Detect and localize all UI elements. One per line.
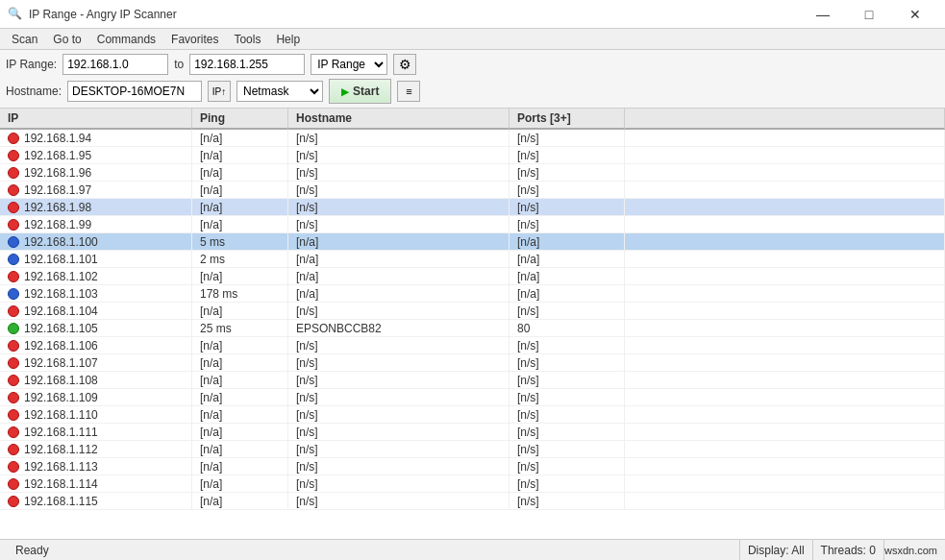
ip-end-input[interactable] bbox=[189, 54, 305, 75]
td-ip: 192.168.1.101 bbox=[0, 251, 192, 268]
td-ping: 178 ms bbox=[192, 285, 288, 303]
td-rest bbox=[625, 182, 945, 199]
th-hostname[interactable]: Hostname bbox=[288, 109, 510, 129]
ip-value: 192.168.1.98 bbox=[24, 201, 91, 214]
netmask-select[interactable]: Netmask /24 /16 /8 bbox=[236, 81, 323, 102]
td-ip: 192.168.1.113 bbox=[0, 458, 192, 475]
td-ping: [n/a] bbox=[192, 493, 288, 510]
minimize-button[interactable]: — bbox=[801, 0, 845, 29]
table-row[interactable]: 192.168.1.103 178 ms [n/a] [n/a] bbox=[0, 285, 945, 303]
td-ip: 192.168.1.106 bbox=[0, 337, 192, 354]
td-hostname: [n/s] bbox=[288, 406, 510, 424]
td-hostname: [n/s] bbox=[288, 441, 510, 458]
table-row[interactable]: 192.168.1.106 [n/a] [n/s] [n/s] bbox=[0, 337, 945, 354]
range-type-select[interactable]: IP Range Subnet Random bbox=[311, 54, 387, 75]
td-rest bbox=[625, 303, 945, 320]
td-ping: [n/a] bbox=[192, 268, 288, 285]
td-ip: 192.168.1.110 bbox=[0, 406, 192, 424]
table-row[interactable]: 192.168.1.96 [n/a] [n/s] [n/s] bbox=[0, 164, 945, 182]
td-ping: [n/a] bbox=[192, 441, 288, 458]
td-ports: [n/s] bbox=[510, 389, 625, 406]
td-ports: [n/s] bbox=[510, 458, 625, 475]
hostname-input[interactable] bbox=[67, 81, 202, 102]
td-rest bbox=[625, 372, 945, 389]
ip-value: 192.168.1.104 bbox=[24, 304, 98, 318]
toolbar: IP Range: to IP Range Subnet Random ⚙ Ho… bbox=[0, 50, 945, 109]
td-ports: 80 bbox=[510, 320, 625, 337]
table-row[interactable]: 192.168.1.100 5 ms [n/a] [n/a] bbox=[0, 233, 945, 251]
table-row[interactable]: 192.168.1.99 [n/a] [n/s] [n/s] bbox=[0, 216, 945, 233]
ip-value: 192.168.1.109 bbox=[24, 391, 98, 404]
start-button[interactable]: ▶ Start bbox=[329, 79, 391, 104]
play-icon: ▶ bbox=[341, 86, 349, 97]
menu-goto[interactable]: Go to bbox=[45, 30, 88, 49]
ip-value: 192.168.1.115 bbox=[24, 495, 98, 508]
th-ip[interactable]: IP bbox=[0, 109, 192, 129]
table-header: IP Ping Hostname Ports [3+] bbox=[0, 109, 945, 130]
table-row[interactable]: 192.168.1.97 [n/a] [n/s] [n/s] bbox=[0, 182, 945, 199]
settings-button[interactable]: ⚙ bbox=[393, 54, 416, 75]
ip-value: 192.168.1.114 bbox=[24, 477, 98, 491]
menu-scan[interactable]: Scan bbox=[4, 30, 45, 49]
td-ip: 192.168.1.102 bbox=[0, 268, 192, 285]
table-row[interactable]: 192.168.1.94 [n/a] [n/s] [n/s] bbox=[0, 130, 945, 147]
table-row[interactable]: 192.168.1.101 2 ms [n/a] [n/a] bbox=[0, 251, 945, 268]
ip-up-button[interactable]: IP↑ bbox=[208, 81, 231, 102]
td-ports: [n/s] bbox=[510, 372, 625, 389]
menu-tools[interactable]: Tools bbox=[226, 30, 268, 49]
table-row[interactable]: 192.168.1.98 [n/a] [n/s] [n/s] bbox=[0, 199, 945, 216]
td-rest bbox=[625, 216, 945, 233]
status-dot bbox=[8, 357, 19, 369]
th-ports[interactable]: Ports [3+] bbox=[510, 109, 625, 129]
table-row[interactable]: 192.168.1.108 [n/a] [n/s] [n/s] bbox=[0, 372, 945, 389]
status-dot bbox=[8, 340, 19, 352]
table-row[interactable]: 192.168.1.95 [n/a] [n/s] [n/s] bbox=[0, 147, 945, 164]
ip-value: 192.168.1.100 bbox=[24, 235, 98, 249]
table-body: 192.168.1.94 [n/a] [n/s] [n/s] 192.168.1… bbox=[0, 130, 945, 539]
maximize-button[interactable]: □ bbox=[847, 0, 891, 29]
td-rest bbox=[625, 458, 945, 475]
td-ip: 192.168.1.96 bbox=[0, 164, 192, 182]
td-rest bbox=[625, 147, 945, 164]
td-ping: [n/a] bbox=[192, 303, 288, 320]
td-ports: [n/s] bbox=[510, 475, 625, 493]
td-ip: 192.168.1.94 bbox=[0, 130, 192, 147]
table-row[interactable]: 192.168.1.115 [n/a] [n/s] [n/s] bbox=[0, 493, 945, 510]
td-ip: 192.168.1.103 bbox=[0, 285, 192, 303]
ip-range-label: IP Range: bbox=[6, 58, 57, 71]
td-rest bbox=[625, 424, 945, 441]
td-rest bbox=[625, 493, 945, 510]
td-ports: [n/s] bbox=[510, 130, 625, 147]
td-rest bbox=[625, 130, 945, 147]
table-row[interactable]: 192.168.1.114 [n/a] [n/s] [n/s] bbox=[0, 475, 945, 493]
th-ping[interactable]: Ping bbox=[192, 109, 288, 129]
ip-value: 192.168.1.94 bbox=[24, 132, 91, 145]
td-ip: 192.168.1.97 bbox=[0, 182, 192, 199]
table-container: IP Ping Hostname Ports [3+] 192.168.1.94… bbox=[0, 109, 945, 539]
td-ping: 5 ms bbox=[192, 233, 288, 251]
td-hostname: [n/a] bbox=[288, 268, 510, 285]
td-ports: [n/a] bbox=[510, 251, 625, 268]
list-button[interactable]: ≡ bbox=[397, 81, 420, 102]
table-row[interactable]: 192.168.1.105 25 ms EPSONBCCB82 80 bbox=[0, 320, 945, 337]
status-dot bbox=[8, 219, 19, 231]
table-row[interactable]: 192.168.1.107 [n/a] [n/s] [n/s] bbox=[0, 354, 945, 372]
menu-help[interactable]: Help bbox=[268, 30, 308, 49]
ip-start-input[interactable] bbox=[62, 54, 168, 75]
td-rest bbox=[625, 389, 945, 406]
td-ip: 192.168.1.115 bbox=[0, 493, 192, 510]
table-row[interactable]: 192.168.1.110 [n/a] [n/s] [n/s] bbox=[0, 406, 945, 424]
menu-favorites[interactable]: Favorites bbox=[163, 30, 226, 49]
table-row[interactable]: 192.168.1.102 [n/a] [n/a] [n/a] bbox=[0, 268, 945, 285]
menu-commands[interactable]: Commands bbox=[89, 30, 163, 49]
table-row[interactable]: 192.168.1.104 [n/a] [n/s] [n/s] bbox=[0, 303, 945, 320]
status-ready: Ready bbox=[8, 540, 740, 560]
window-controls: — □ ✕ bbox=[801, 0, 937, 29]
table-row[interactable]: 192.168.1.111 [n/a] [n/s] [n/s] bbox=[0, 424, 945, 441]
table-row[interactable]: 192.168.1.112 [n/a] [n/s] [n/s] bbox=[0, 441, 945, 458]
table-row[interactable]: 192.168.1.113 [n/a] [n/s] [n/s] bbox=[0, 458, 945, 475]
td-rest bbox=[625, 268, 945, 285]
close-button[interactable]: ✕ bbox=[893, 0, 937, 29]
td-hostname: [n/s] bbox=[288, 130, 510, 147]
table-row[interactable]: 192.168.1.109 [n/a] [n/s] [n/s] bbox=[0, 389, 945, 406]
